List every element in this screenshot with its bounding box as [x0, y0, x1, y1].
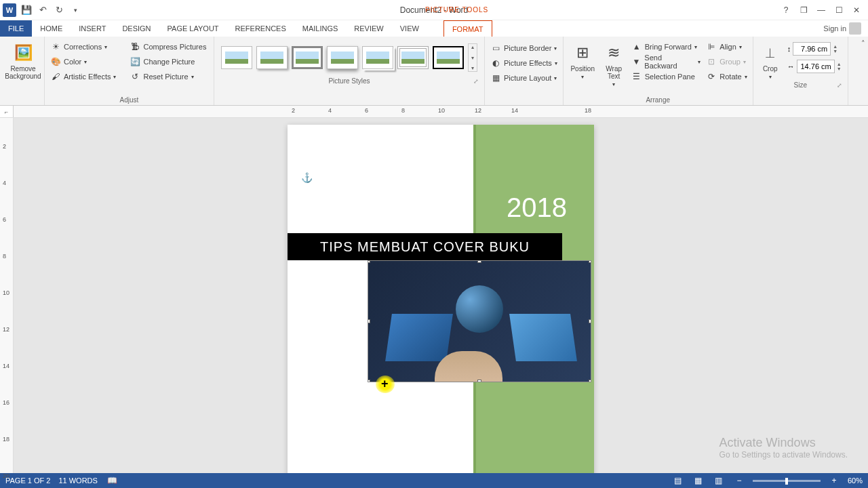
- effects-icon: 🖌: [50, 71, 61, 82]
- view-web-layout[interactable]: ▥: [712, 475, 726, 486]
- crop-button[interactable]: ⟂ Crop▾: [757, 39, 783, 80]
- color-button[interactable]: 🎨Color▾: [49, 54, 117, 69]
- resize-handle-w[interactable]: [368, 319, 370, 323]
- layout-icon: ▦: [490, 73, 501, 83]
- year-text: 2018: [507, 192, 567, 223]
- align-button[interactable]: ⊫Align▾: [705, 39, 748, 54]
- zoom-slider[interactable]: [753, 480, 821, 482]
- picture-style-3[interactable]: [292, 46, 323, 69]
- save-button[interactable]: 💾: [20, 4, 33, 16]
- resize-handle-s[interactable]: [477, 380, 481, 382]
- position-icon: ⊞: [572, 42, 593, 64]
- tab-insert[interactable]: INSERT: [71, 20, 114, 37]
- document-title-bar: TIPS MEMBUAT COVER BUKU: [288, 233, 562, 260]
- page-viewport[interactable]: 2018 ⚓ TIPS MEMBUAT COVER BUKU Activate …: [14, 118, 868, 473]
- avatar-icon: [849, 22, 861, 35]
- status-page[interactable]: PAGE 1 OF 2: [5, 476, 50, 485]
- picture-border-button[interactable]: ▭Picture Border▾: [489, 41, 559, 56]
- group-button: ⊡Group▾: [705, 54, 748, 69]
- view-read-mode[interactable]: ▤: [671, 475, 685, 486]
- tab-home[interactable]: HOME: [32, 20, 71, 37]
- signin-label: Sign in: [823, 24, 846, 33]
- zoom-thumb[interactable]: [785, 478, 788, 485]
- rotate-button[interactable]: ⟳Rotate▾: [705, 69, 748, 84]
- gallery-scroll[interactable]: ▴▾▾: [468, 43, 477, 72]
- align-icon: ⊫: [706, 41, 717, 52]
- compress-pictures-button[interactable]: 🗜Compress Pictures: [128, 39, 208, 54]
- picture-effects-icon: ◐: [490, 58, 501, 68]
- collapse-ribbon-button[interactable]: ˄: [861, 39, 865, 48]
- picture-style-5[interactable]: [362, 46, 393, 69]
- compress-icon: 🗜: [130, 41, 140, 52]
- tab-mailings[interactable]: MAILINGS: [294, 20, 347, 37]
- word-app-icon: W: [3, 3, 16, 17]
- width-spinner[interactable]: ▲▼: [837, 62, 842, 71]
- tab-references[interactable]: REFERENCES: [227, 20, 294, 37]
- size-launcher[interactable]: ⤢: [837, 82, 842, 89]
- qat-customize[interactable]: ▾: [69, 4, 81, 16]
- wrap-icon: ≋: [603, 42, 625, 64]
- height-input[interactable]: [793, 42, 831, 56]
- change-picture-button[interactable]: 🔄Change Picture: [128, 54, 208, 69]
- bring-forward-button[interactable]: ▲Bring Forward▾: [630, 39, 703, 54]
- tab-format[interactable]: FORMAT: [443, 20, 492, 37]
- tab-page-layout[interactable]: PAGE LAYOUT: [159, 20, 227, 37]
- picture-style-7[interactable]: [433, 46, 464, 69]
- signin-button[interactable]: Sign in: [816, 20, 868, 37]
- help-button[interactable]: ?: [780, 4, 792, 16]
- zoom-out-button[interactable]: −: [732, 475, 746, 486]
- picture-style-6[interactable]: [397, 46, 429, 69]
- tab-review[interactable]: REVIEW: [346, 20, 391, 37]
- close-button[interactable]: ✕: [850, 4, 863, 16]
- width-input[interactable]: [797, 60, 835, 73]
- group-label-picture-styles: Picture Styles: [218, 76, 480, 86]
- color-icon: 🎨: [50, 56, 61, 67]
- height-icon: ↕: [787, 45, 791, 53]
- resize-handle-nw[interactable]: [368, 260, 370, 263]
- tab-view[interactable]: VIEW: [392, 20, 427, 37]
- ruler-vertical: 2468101214161820: [0, 118, 14, 473]
- height-spinner[interactable]: ▲▼: [833, 44, 837, 54]
- undo-button[interactable]: ↶: [37, 4, 49, 16]
- resize-handle-n[interactable]: [477, 260, 481, 263]
- globe-graphic: [456, 285, 503, 333]
- artistic-effects-button[interactable]: 🖌Artistic Effects▾: [49, 69, 117, 84]
- resize-handle-ne[interactable]: [589, 260, 591, 263]
- picture-effects-button[interactable]: ◐Picture Effects▾: [489, 56, 559, 70]
- reset-icon: ↺: [130, 71, 140, 82]
- send-backward-button[interactable]: ▼Send Backward▾: [630, 54, 703, 69]
- resize-handle-sw[interactable]: [368, 380, 370, 382]
- minimize-button[interactable]: —: [815, 4, 827, 16]
- bring-fwd-icon: ▲: [631, 41, 642, 52]
- change-icon: 🔄: [130, 56, 140, 67]
- picture-style-1[interactable]: [221, 46, 252, 69]
- picture-layout-button[interactable]: ▦Picture Layout▾: [489, 70, 559, 85]
- picture-style-4[interactable]: [327, 46, 358, 69]
- ribbon-options-button[interactable]: ❐: [797, 4, 810, 16]
- status-words[interactable]: 11 WORDS: [58, 476, 97, 485]
- tab-file[interactable]: FILE: [0, 20, 32, 37]
- selection-pane-button[interactable]: ☰Selection Pane: [630, 69, 703, 84]
- selected-picture[interactable]: [368, 260, 591, 382]
- resize-handle-e[interactable]: [589, 319, 591, 323]
- corrections-button[interactable]: ☀Corrections▾: [49, 39, 117, 54]
- width-icon: ↔: [787, 62, 795, 70]
- picture-style-2[interactable]: [256, 46, 288, 69]
- redo-button[interactable]: ↻: [53, 4, 65, 16]
- zoom-level[interactable]: 60%: [848, 476, 863, 485]
- wrap-text-button[interactable]: ≋ Wrap Text▾: [601, 39, 627, 87]
- maximize-button[interactable]: ☐: [833, 4, 845, 16]
- remove-background-button[interactable]: 🖼️ Remove Background: [4, 39, 42, 80]
- picture-styles-launcher[interactable]: ⤢: [473, 78, 479, 85]
- group-label-adjust: Adjust: [49, 95, 210, 105]
- spelling-icon[interactable]: 📖: [106, 475, 119, 486]
- resize-handle-se[interactable]: [589, 380, 591, 382]
- crop-icon: ⟂: [760, 42, 781, 64]
- group-label-arrange: Arrange: [568, 95, 749, 105]
- position-button[interactable]: ⊞ Position▾: [568, 39, 598, 87]
- view-print-layout[interactable]: ▦: [692, 475, 705, 486]
- tab-design[interactable]: DESIGN: [114, 20, 159, 37]
- zoom-in-button[interactable]: +: [827, 475, 841, 486]
- cursor-highlight: [376, 375, 395, 393]
- reset-picture-button[interactable]: ↺Reset Picture▾: [128, 69, 208, 84]
